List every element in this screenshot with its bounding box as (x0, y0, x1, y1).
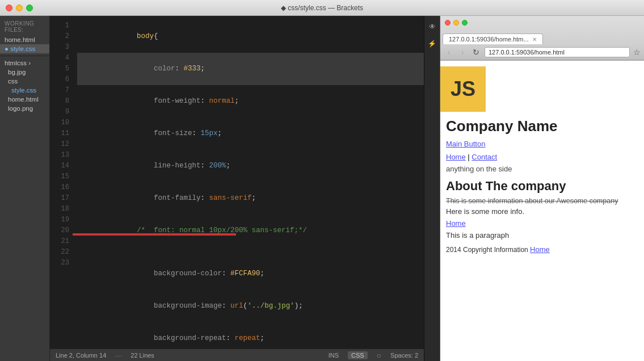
code-line-8 (77, 247, 424, 258)
sidebar-item-logopng[interactable]: logo.png (0, 104, 49, 113)
editor-area: 12345 678910 1112131415 1617181920 21222… (50, 16, 424, 361)
close-button[interactable] (6, 5, 12, 11)
code-line-1: body{ (77, 20, 424, 53)
about-title: About The company (440, 174, 644, 196)
lightning-icon[interactable]: ⚡ (425, 36, 440, 51)
browser-close[interactable] (445, 20, 451, 26)
browser-minimize[interactable] (453, 20, 459, 26)
home-link[interactable]: Home (446, 219, 466, 228)
traffic-lights[interactable] (6, 5, 33, 11)
browser-tab-title: 127.0.0.1:59036/home.htm... (449, 36, 529, 43)
code-line-11: background-repeat: repeat; (77, 322, 424, 349)
minimize-button[interactable] (16, 5, 23, 11)
sidebar-item-homehtml[interactable]: home.html (0, 95, 49, 104)
line-count: 22 Lines (131, 352, 154, 359)
ins-indicator: INS (329, 352, 339, 359)
nav-home-link[interactable]: Home (446, 153, 466, 161)
browser-traffic-lights[interactable] (445, 20, 468, 26)
editor-sidebar-icons: 👁 ⚡ (424, 16, 440, 361)
browser-tab[interactable]: 127.0.0.1:59036/home.htm... ✕ (443, 33, 543, 44)
css-language-btn[interactable]: CSS (348, 351, 368, 359)
paragraph-text: This is a paragraph (440, 230, 644, 241)
js-badge: JS (440, 66, 486, 112)
working-files-label: Working Files: (0, 16, 49, 35)
browser-title-bar (440, 16, 644, 30)
sidebar-item-home-html[interactable]: home.html (0, 35, 49, 44)
browser-forward-btn[interactable]: › (457, 47, 468, 57)
preview-main-button: Main Button (440, 137, 644, 150)
home-link-wrapper: Home (440, 217, 644, 230)
code-line-7: /* font: normal 10px/200% sans-serif;*/ (77, 215, 424, 247)
bookmark-icon[interactable]: ☆ (633, 48, 641, 57)
preview-nav: Home | Contact (440, 150, 644, 163)
sidebar: Working Files: home.html ● style.css htm… (0, 16, 50, 361)
browser-tab-bar: 127.0.0.1:59036/home.htm... ✕ (440, 30, 644, 44)
code-line-10: background-image: url('../bg.jpg'); (77, 290, 424, 322)
line-numbers: 12345 678910 1112131415 1617181920 21222… (50, 16, 73, 349)
code-lines: 12345 678910 1112131415 1617181920 21222… (50, 16, 424, 349)
browser-address-bar: ‹ › ↻ 127.0.0.1:59036/home.html ☆ (440, 44, 644, 60)
main-button-link[interactable]: Main Button (446, 140, 485, 148)
sidebar-item-stylecss[interactable]: style.css (0, 86, 49, 95)
address-field[interactable]: 127.0.0.1:59036/home.html (485, 47, 630, 57)
code-line-3: font-weight: normal; (77, 85, 424, 117)
info-text: This is some information about our Aweso… (440, 196, 644, 206)
side-text: anything on the side (440, 163, 644, 174)
line-count-separator: — (115, 352, 121, 359)
copyright-text: 2014 Copyright Information Home (440, 241, 644, 256)
code-content[interactable]: body{ color: #333; font-weight: normal; (73, 16, 424, 349)
sidebar-item-css[interactable]: css (0, 77, 49, 86)
sidebar-item-style-css[interactable]: ● style.css (0, 44, 49, 53)
code-line-2: color: #333; (77, 53, 424, 85)
code-line-4: font-size: 15px; (77, 117, 424, 150)
browser-chrome: 127.0.0.1:59036/home.htm... ✕ ‹ › ↻ 127.… (440, 16, 644, 61)
copyright-label: 2014 Copyright Information (446, 246, 528, 254)
maximize-button[interactable] (26, 5, 33, 11)
browser-back-btn[interactable]: ‹ (444, 47, 454, 57)
eye-icon[interactable]: 👁 (425, 19, 440, 34)
sidebar-item-bgjpg[interactable]: bg.jpg (0, 68, 49, 77)
browser-refresh-btn[interactable]: ↻ (471, 47, 481, 57)
spaces-indicator: Spaces: 2 (390, 352, 418, 359)
sidebar-divider (0, 56, 49, 56)
main-content: 12345 678910 1112131415 1617181920 21222… (50, 16, 644, 361)
company-name: Company Name (440, 115, 644, 137)
footer-home-link[interactable]: Home (530, 245, 550, 254)
status-bar: Line 2, Column 14 — 22 Lines INS CSS ○ S… (50, 349, 424, 361)
circle-icon: ○ (377, 351, 381, 360)
app-layout: Working Files: home.html ● style.css htm… (0, 16, 644, 361)
browser-content: JS Company Name Main Button Home | Conta… (440, 61, 644, 361)
sidebar-item-htmlcss[interactable]: htmlcss › (0, 58, 49, 68)
code-line-6: font-family: sans-serif; (77, 182, 424, 215)
browser-panel: 127.0.0.1:59036/home.htm... ✕ ‹ › ↻ 127.… (440, 16, 644, 361)
cursor-position: Line 2, Column 14 (56, 352, 106, 359)
more-info: Here is some more info. (440, 206, 644, 217)
status-bar-right: INS CSS ○ Spaces: 2 (329, 351, 418, 360)
window-title: ◆ css/style.css — Brackets (281, 4, 363, 12)
code-editor[interactable]: 12345 678910 1112131415 1617181920 21222… (50, 16, 424, 349)
title-bar: ◆ css/style.css — Brackets (0, 0, 644, 16)
browser-tab-close-btn[interactable]: ✕ (532, 36, 537, 43)
code-line-5: line-height: 200%; (77, 150, 424, 182)
browser-maximize[interactable] (462, 20, 468, 26)
nav-contact-link[interactable]: Contact (472, 153, 497, 161)
url-text: 127.0.0.1:59036/home.html (489, 49, 565, 56)
code-line-9: background-color: #FCFA90; (77, 258, 424, 290)
